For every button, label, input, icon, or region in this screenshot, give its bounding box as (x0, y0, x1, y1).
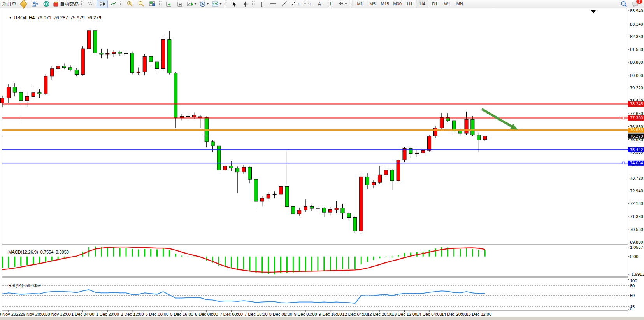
x-axis-label: 14 Dec 20:00 (441, 312, 467, 317)
macd-axis-label: -1.9913 (630, 272, 644, 276)
timeframe-button-m15[interactable]: M15 (379, 0, 391, 8)
macd-axis-label: 1.0557 (630, 245, 643, 250)
candle-body (254, 179, 258, 201)
timeframe-button-m30[interactable]: M30 (391, 0, 404, 8)
macd-axis-label: 0.00 (630, 254, 638, 259)
timeframe-button-mn[interactable]: MN (453, 0, 466, 8)
timeframe-button-h1[interactable]: H1 (404, 0, 416, 8)
horizontal-line-button[interactable] (267, 0, 279, 8)
candle-body (236, 168, 239, 172)
indicators-icon (212, 1, 218, 7)
macd-indicator-label: MACD(12,26,9)0.75540.8050 (4, 245, 69, 259)
channel-sub-label: E (298, 2, 300, 6)
candle-body (353, 218, 357, 231)
y-axis-tick-label: 80.800 (630, 60, 643, 65)
crosshair-icon (242, 1, 248, 7)
timeframe-button-h4[interactable]: H4 (416, 0, 428, 8)
macd-value-1: 0.7554 (40, 250, 54, 254)
dropdown-caret-icon (207, 3, 209, 5)
hline-handle[interactable] (622, 117, 625, 119)
autotrading-button[interactable]: 自动交易 (52, 0, 80, 8)
candle-body (211, 142, 214, 146)
candle-body (19, 92, 23, 101)
new-order-button[interactable]: 新订单 (1, 0, 18, 8)
collapse-icon[interactable]: ▼ (9, 16, 12, 19)
timeframe-button-m5[interactable]: M5 (366, 0, 379, 8)
notifications-button[interactable]: 1 (630, 0, 641, 8)
crosshair-button[interactable] (240, 0, 251, 8)
candle-body (112, 52, 116, 53)
chart-canvas[interactable]: 83.94083.14082.36081.58080.80080.00079.2… (0, 9, 644, 320)
x-axis-label: 9 Dec 00:00 (294, 312, 317, 317)
timeframe-button-w1[interactable]: W1 (441, 0, 453, 8)
candle-body (248, 167, 252, 179)
fibonacci-button[interactable]: F (302, 0, 314, 8)
line-chart-button[interactable] (108, 0, 119, 8)
y-axis-tick-label: 71.360 (630, 214, 643, 219)
expert-advisors-button[interactable] (29, 0, 40, 8)
text-label-button[interactable]: T (325, 0, 336, 8)
candle-body (106, 53, 109, 54)
y-axis-tick-label: 73.720 (630, 176, 643, 180)
zoom-out-button[interactable] (135, 0, 147, 8)
line-chart-icon (111, 1, 117, 7)
timeframe-button-d1[interactable]: D1 (428, 0, 441, 8)
candle-body (118, 52, 122, 53)
rsi-line (2, 290, 485, 303)
periods-button[interactable] (198, 0, 211, 8)
expert-advisors-icon (32, 1, 38, 7)
shapes-button[interactable] (336, 0, 349, 8)
candle-body (434, 128, 437, 136)
candle-body (347, 213, 351, 218)
rsi-axis-label: 80 (630, 283, 635, 288)
timeframe-button-m1[interactable]: M1 (354, 0, 366, 8)
new-chart-button[interactable] (186, 0, 198, 8)
zoom-in-button[interactable] (124, 0, 135, 8)
candlestick-chart-button[interactable] (97, 0, 108, 8)
y-axis-tick-label: 82.360 (630, 34, 643, 39)
new-order-label: 新订单 (2, 1, 16, 7)
y-axis-tick-label: 72.160 (630, 201, 643, 206)
x-axis-label: 6 Dec 08:00 (195, 312, 218, 317)
y-axis-tick-label: 69.800 (630, 240, 643, 245)
candle-body (458, 131, 462, 133)
text-button[interactable]: A (314, 0, 325, 8)
candle-body (285, 187, 289, 207)
chart-shift-marker-icon[interactable] (591, 10, 596, 13)
y-axis-tick-label: 70.580 (630, 227, 643, 232)
candle-body (7, 87, 10, 98)
market-button[interactable] (18, 0, 29, 8)
auto-scroll-button[interactable] (163, 0, 174, 8)
cursor-button[interactable] (228, 0, 240, 8)
signals-button[interactable] (40, 0, 52, 8)
x-axis-label: 5 Dec 00:00 (146, 312, 168, 317)
macd-name: MACD(12,26,9) (8, 250, 38, 254)
bar-chart-button[interactable] (85, 0, 97, 8)
candle-body (1, 98, 4, 103)
x-axis-label: 7 Dec 00:00 (220, 312, 243, 317)
candle-body (328, 209, 332, 212)
low-value: 75.979 (70, 15, 85, 21)
gold-diamond-icon (20, 0, 27, 9)
rsi-name: RSI(14) (8, 283, 23, 288)
search-icon (621, 1, 627, 7)
x-axis-label: 2 Dec 12:00 (121, 312, 144, 317)
candle-body (298, 210, 301, 214)
tile-windows-button[interactable] (147, 0, 158, 8)
chart-shift-button[interactable] (174, 0, 186, 8)
candle-body (100, 53, 103, 54)
dropdown-caret-icon (194, 3, 197, 5)
channel-button[interactable]: E (290, 0, 302, 8)
x-axis-label: 29 Nov 2022 (0, 312, 21, 317)
trendline-button[interactable] (279, 0, 290, 8)
price-line-label: 76.279 (630, 134, 643, 138)
x-axis-label: 5 Dec 16:00 (170, 312, 193, 317)
candlestick-chart-icon (99, 1, 105, 7)
hline-handle[interactable] (622, 162, 625, 164)
indicators-button[interactable] (211, 0, 223, 8)
x-axis-label: 1 Dec 04:00 (71, 312, 94, 317)
symbol-period-label: USOil-,H4 (14, 15, 35, 21)
search-button[interactable] (618, 0, 630, 8)
vertical-line-button[interactable] (256, 0, 267, 8)
open-value: 76.071 (37, 15, 51, 21)
